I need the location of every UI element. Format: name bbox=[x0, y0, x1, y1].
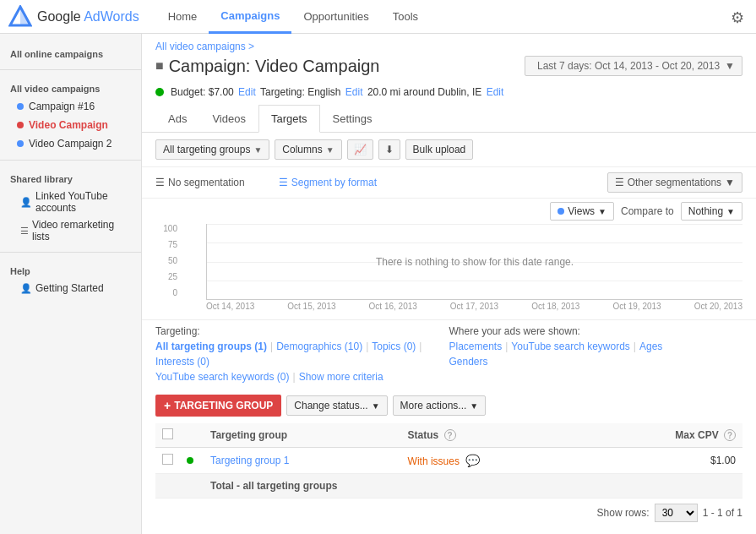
pagination-range: 1 - 1 of 1 bbox=[703, 507, 742, 519]
segment-by-format-link[interactable]: ☰ Segment by format bbox=[279, 177, 377, 188]
video-campaign-status-dot bbox=[17, 122, 24, 128]
targeting-edit-link[interactable]: Edit bbox=[345, 86, 363, 98]
settings-gear-icon[interactable]: ⚙ bbox=[731, 8, 748, 25]
breadcrumb[interactable]: All video campaigns > bbox=[142, 34, 756, 52]
header-checkbox[interactable] bbox=[162, 428, 173, 439]
sidebar-getting-started[interactable]: 👤 Getting Started bbox=[0, 280, 141, 297]
row-status-dot bbox=[187, 457, 193, 464]
y-label-100: 100 bbox=[155, 224, 177, 233]
change-status-label: Change status... bbox=[294, 400, 367, 411]
yt-search-keywords-link[interactable]: YouTube search keywords bbox=[511, 341, 630, 352]
th-max-cpv: Max CPV ? bbox=[585, 423, 742, 448]
sidebar-divider-3 bbox=[0, 252, 141, 253]
y-label-50: 50 bbox=[155, 256, 177, 265]
location-edit-link[interactable]: Edit bbox=[487, 86, 504, 98]
sidebar-linked-youtube[interactable]: 👤 Linked YouTube accounts bbox=[0, 188, 141, 216]
nav-tools[interactable]: Tools bbox=[381, 0, 430, 34]
main-layout: All online campaigns All video campaigns… bbox=[0, 34, 756, 534]
nothing-label: Nothing bbox=[688, 205, 723, 217]
all-targeting-groups-dropdown[interactable]: All targeting groups ▼ bbox=[155, 139, 269, 160]
tab-targets[interactable]: Targets bbox=[258, 105, 320, 133]
sidebar-item-campaign16[interactable]: Campaign #16 bbox=[0, 97, 141, 116]
compare-to-label: Compare to bbox=[621, 205, 674, 217]
more-actions-button[interactable]: More actions... ▼ bbox=[393, 395, 487, 416]
nothing-button[interactable]: Nothing ▼ bbox=[681, 202, 742, 221]
nav-home[interactable]: Home bbox=[156, 0, 209, 34]
sidebar-remarketing-lists[interactable]: ☰ Video remarketing lists bbox=[0, 216, 141, 245]
views-button[interactable]: Views ▼ bbox=[550, 202, 614, 221]
chart-area: Views ▼ Compare to Nothing ▼ 100 75 50 2… bbox=[142, 199, 756, 313]
columns-dropdown[interactable]: Columns ▼ bbox=[275, 139, 341, 160]
status-with-issues: With issues bbox=[408, 455, 460, 467]
maxcpv-help-icon[interactable]: ? bbox=[724, 429, 736, 441]
tab-ads[interactable]: Ads bbox=[155, 105, 199, 133]
tab-settings[interactable]: Settings bbox=[320, 105, 385, 133]
page-title-area: ■ Campaign: Video Campaign bbox=[155, 57, 379, 76]
getting-started-icon: 👤 bbox=[20, 283, 32, 294]
sidebar-item-video-campaign2[interactable]: Video Campaign 2 bbox=[0, 134, 141, 153]
row-name-cell: Targeting group 1 bbox=[204, 448, 401, 474]
top-navigation: Google AdWords Home Campaigns Opportunit… bbox=[0, 0, 756, 34]
nothing-caret-icon: ▼ bbox=[726, 207, 735, 216]
chart-icon-btn[interactable]: 📈 bbox=[347, 139, 373, 160]
row-checkbox-cell bbox=[155, 448, 180, 474]
sidebar-item-video-campaign[interactable]: Video Campaign bbox=[0, 116, 141, 134]
change-status-button[interactable]: Change status... ▼ bbox=[286, 395, 387, 416]
placements-link[interactable]: Placements bbox=[449, 341, 503, 352]
tab-videos[interactable]: Videos bbox=[199, 105, 258, 133]
sidebar-campaign16-label: Campaign #16 bbox=[29, 101, 95, 112]
add-targeting-group-button[interactable]: + TARGETING GROUP bbox=[155, 395, 281, 417]
show-more-criteria-link[interactable]: Show more criteria bbox=[299, 371, 383, 383]
campaign-status-dot bbox=[155, 88, 164, 96]
targeting-group-name-link[interactable]: Targeting group 1 bbox=[210, 455, 289, 466]
all-targeting-groups-label: All targeting groups bbox=[163, 144, 250, 155]
x-label-5: Oct 19, 2013 bbox=[612, 302, 661, 311]
other-segmentations-btn[interactable]: ☰ Other segmentations ▼ bbox=[607, 172, 742, 193]
date-range-button[interactable]: Last 7 days: Oct 14, 2013 - Oct 20, 2013… bbox=[525, 56, 742, 76]
rows-per-page-select[interactable]: 30 50 100 bbox=[655, 504, 698, 522]
targeting-label: Targeting: English bbox=[260, 86, 340, 98]
x-label-6: Oct 20, 2013 bbox=[694, 302, 742, 311]
table-row: Targeting group 1 With issues 💬 $1.00 bbox=[155, 448, 742, 474]
interests-link[interactable]: Interests (0) bbox=[155, 356, 209, 368]
total-status-cell bbox=[180, 474, 204, 499]
row-checkbox[interactable] bbox=[162, 454, 173, 465]
app-name: Google AdWords bbox=[37, 9, 139, 25]
table-header-row: Targeting group Status ? Max CPV ? bbox=[155, 423, 742, 448]
download-icon-btn[interactable]: ⬇ bbox=[378, 139, 400, 160]
sidebar-video-campaign2-label: Video Campaign 2 bbox=[29, 138, 112, 150]
demographics-link[interactable]: Demographics (10) bbox=[276, 341, 362, 352]
budget-edit-link[interactable]: Edit bbox=[238, 86, 256, 98]
add-btn-label: TARGETING GROUP bbox=[174, 400, 273, 411]
chart-controls: Views ▼ Compare to Nothing ▼ bbox=[155, 199, 742, 224]
other-seg-caret-icon: ▼ bbox=[725, 177, 735, 188]
toolbar: All targeting groups ▼ Columns ▼ 📈 ⬇ Bul… bbox=[142, 133, 756, 167]
list-icon: ☰ bbox=[20, 226, 29, 237]
more-actions-caret-icon: ▼ bbox=[470, 401, 478, 411]
nav-opportunities[interactable]: Opportunities bbox=[291, 0, 380, 34]
x-label-0: Oct 14, 2013 bbox=[206, 302, 254, 311]
add-icon: + bbox=[164, 399, 171, 412]
segmentation-bar: ☰ No segmentation ☰ Segment by format ☰ … bbox=[142, 167, 756, 199]
dropdown-caret-icon: ▼ bbox=[326, 145, 334, 155]
x-label-1: Oct 15, 2013 bbox=[287, 302, 335, 311]
more-actions-label: More actions... bbox=[400, 400, 467, 411]
nav-right: ⚙ bbox=[731, 8, 748, 25]
no-segmentation-label: No segmentation bbox=[168, 177, 245, 188]
chat-bubble-icon[interactable]: 💬 bbox=[465, 454, 480, 467]
campaign-meta: Budget: $7.00 Edit Targeting: English Ed… bbox=[142, 83, 756, 105]
status-help-icon[interactable]: ? bbox=[444, 429, 456, 441]
y-label-25: 25 bbox=[155, 272, 177, 281]
topics-link[interactable]: Topics (0) bbox=[372, 341, 416, 352]
youtube-keywords-link[interactable]: YouTube search keywords (0) bbox=[155, 371, 290, 383]
targeting-links-row2: YouTube search keywords (0) | Show more … bbox=[155, 371, 449, 383]
page-header: ■ Campaign: Video Campaign Last 7 days: … bbox=[142, 52, 756, 83]
bulk-upload-btn[interactable]: Bulk upload bbox=[405, 139, 474, 160]
all-targeting-groups-link[interactable]: All targeting groups (1) bbox=[155, 341, 267, 352]
seg-right-icon: ☰ bbox=[615, 177, 624, 188]
genders-link[interactable]: Genders bbox=[449, 356, 488, 368]
ages-link[interactable]: Ages bbox=[639, 341, 662, 352]
main-content: All video campaigns > ■ Campaign: Video … bbox=[142, 34, 756, 534]
nav-campaigns[interactable]: Campaigns bbox=[209, 0, 291, 34]
chart-x-labels: Oct 14, 2013 Oct 15, 2013 Oct 16, 2013 O… bbox=[206, 300, 742, 313]
